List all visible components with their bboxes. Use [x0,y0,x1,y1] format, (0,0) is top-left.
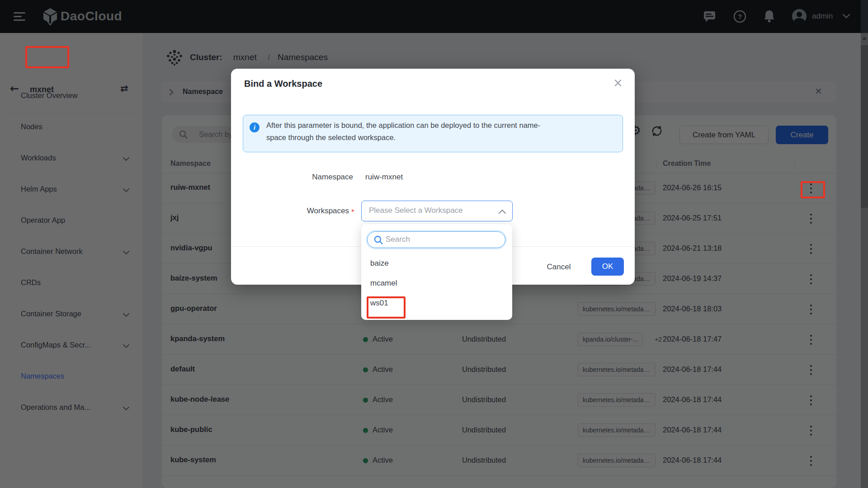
dropdown-option-mcamel[interactable]: mcamel [361,274,512,294]
namespace-form-label: Namespace [253,173,353,182]
chevron-up-icon [499,209,506,214]
annotation-box-ws01-option [367,296,406,319]
required-asterisk: * [351,208,354,217]
workspace-select-placeholder: Please Select a Workspace [369,206,463,215]
modal-close-icon[interactable]: × [613,77,623,89]
dropdown-option-baize[interactable]: baize [361,254,512,274]
scrollbar-thumb[interactable] [861,45,868,208]
page-scrollbar[interactable] [861,33,868,488]
workspace-select[interactable]: Please Select a Workspace [361,201,513,221]
workspaces-form-label: Workspaces [249,206,349,216]
dropdown-search-field[interactable] [367,231,505,248]
dropdown-option-label: baize [370,259,389,268]
cancel-button[interactable]: Cancel [541,260,577,274]
annotation-box-row-actions [801,181,825,198]
modal-title: Bind a Workspace [244,79,322,89]
namespace-form-value: ruiw-mxnet [365,173,403,182]
dce-namespaces-page: DaoCloud ? admin ← mxnet ⇄ Cluster Over [0,0,868,488]
dropdown-option-label: mcamel [370,279,397,288]
search-icon [374,235,383,244]
annotation-box-cluster-name [25,46,69,68]
info-icon: i [250,122,259,132]
ok-button[interactable]: OK [591,258,624,276]
info-alert-text: After this parameter is bound, the appli… [266,119,614,144]
scrollbar-up-arrow[interactable] [862,37,867,40]
info-alert: i After this parameter is bound, the app… [243,115,623,152]
dropdown-search-input[interactable] [386,234,494,245]
